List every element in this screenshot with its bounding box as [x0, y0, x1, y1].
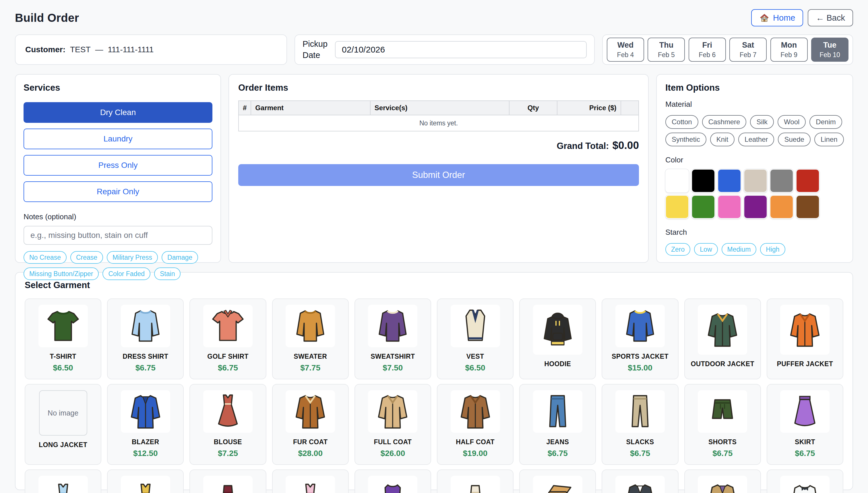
color-swatch-beige[interactable] [744, 169, 767, 193]
date-button-wed[interactable]: Wed Feb 4 [607, 38, 644, 62]
service-button-dry-clean[interactable]: Dry Clean [23, 102, 212, 123]
garment-card-puffer-jacket[interactable]: PUFFER JACKET [767, 298, 843, 379]
garment-card-sports-jacket[interactable]: SPORTS JACKET $15.00 [601, 298, 678, 379]
date-button-thu[interactable]: Thu Feb 5 [648, 38, 685, 62]
color-swatch-green[interactable] [692, 195, 715, 219]
note-chip-no-crease[interactable]: No Crease [23, 251, 67, 264]
garment-card-jeans[interactable]: JEANS $6.75 [519, 384, 596, 465]
material-chip-leather[interactable]: Leather [738, 133, 774, 146]
date-button-sat[interactable]: Sat Feb 7 [729, 38, 767, 62]
garment-card-dress-shirt[interactable]: DRESS SHIRT $6.75 [107, 298, 184, 379]
garment-name: DRESS SHIRT [123, 353, 168, 360]
garment-name: T-SHIRT [50, 353, 76, 360]
garment-card[interactable] [437, 470, 513, 493]
full-coat-icon [368, 390, 417, 433]
material-chip-cashmere[interactable]: Cashmere [702, 115, 746, 129]
material-chip-suede[interactable]: Suede [778, 133, 810, 146]
blouse-icon [203, 390, 253, 433]
garment-card[interactable] [107, 470, 184, 493]
pickup-date-input[interactable] [335, 41, 587, 58]
garment-card-hoodie[interactable]: HOODIE [519, 298, 596, 379]
color-swatch-brown[interactable] [796, 195, 820, 219]
garment-card[interactable] [684, 470, 761, 493]
color-swatch-white[interactable] [665, 169, 689, 193]
home-icon [759, 13, 769, 23]
material-chip-linen[interactable]: Linen [814, 133, 844, 146]
garment-card[interactable] [25, 470, 101, 493]
garment-card[interactable] [272, 470, 349, 493]
garment-card-full-coat[interactable]: FULL COAT $26.00 [355, 384, 431, 465]
color-swatch-red[interactable] [796, 169, 820, 193]
garment-card-shorts[interactable]: SHORTS $6.75 [684, 384, 761, 465]
service-button-press-only[interactable]: Press Only [23, 155, 212, 176]
starch-chip-zero[interactable]: Zero [665, 243, 690, 256]
note-chip-color-faded[interactable]: Color Faded [103, 267, 150, 280]
material-chip-knit[interactable]: Knit [710, 133, 735, 146]
garment-card-sweater[interactable]: SWEATER $7.75 [272, 298, 349, 379]
garment-card[interactable] [189, 470, 266, 493]
material-chip-wool[interactable]: Wool [778, 115, 806, 129]
select-garment-panel: Select Garment T-SHIRT $6.50 DRESS SHIRT… [15, 272, 853, 490]
date-button-tue[interactable]: Tue Feb 10 [811, 38, 848, 62]
material-label: Material [665, 100, 844, 109]
garment-card-blazer[interactable]: BLAZER $12.50 [107, 384, 184, 465]
garment-card-golf-shirt[interactable]: GOLF SHIRT $6.75 [189, 298, 266, 379]
color-swatch-gray[interactable] [770, 169, 793, 193]
service-button-repair-only[interactable]: Repair Only [23, 181, 212, 202]
note-chip-crease[interactable]: Crease [70, 251, 103, 264]
garment-card-slacks[interactable]: SLACKS $6.75 [601, 384, 678, 465]
color-swatch-purple[interactable] [744, 195, 767, 219]
jumpsuit-icon [368, 476, 417, 493]
garment-card-long-jacket[interactable]: No image LONG JACKET [25, 384, 101, 465]
back-button[interactable]: ← Back [808, 9, 853, 26]
service-buttons: Dry Clean Laundry Press Only Repair Only [23, 102, 212, 202]
garment-card[interactable] [519, 470, 596, 493]
garment-name: HALF COAT [456, 438, 494, 446]
garment-card-outdoor-jacket[interactable]: OUTDOOR JACKET [684, 298, 761, 379]
date-day-label: Tue [823, 41, 837, 50]
home-button[interactable]: Home [751, 9, 803, 26]
garment-card[interactable] [355, 470, 431, 493]
garment-card-skirt[interactable]: SKIRT $6.75 [767, 384, 843, 465]
garment-card-blouse[interactable]: BLOUSE $7.25 [189, 384, 266, 465]
note-chip-missing-button-zipper[interactable]: Missing Button/Zipper [23, 267, 99, 280]
color-swatch-orange[interactable] [770, 195, 793, 219]
material-chip-cotton[interactable]: Cotton [665, 115, 698, 129]
note-chips: No Crease Crease Military Press Damage M… [23, 251, 212, 280]
note-chip-military-press[interactable]: Military Press [107, 251, 158, 264]
color-swatch-black[interactable] [692, 169, 715, 193]
material-chip-synthetic[interactable]: Synthetic [665, 133, 706, 146]
material-chip-silk[interactable]: Silk [750, 115, 774, 129]
garment-card-t-shirt[interactable]: T-SHIRT $6.50 [25, 298, 101, 379]
submit-order-button[interactable]: Submit Order [238, 164, 639, 186]
starch-chip-low[interactable]: Low [694, 243, 718, 256]
garment-price: $6.75 [218, 363, 238, 372]
garment-price: $7.50 [383, 363, 403, 372]
service-button-laundry[interactable]: Laundry [23, 129, 212, 149]
column-header-actions [621, 101, 639, 115]
starch-chip-high[interactable]: High [760, 243, 785, 256]
garment-price: $6.75 [548, 449, 568, 458]
date-day-label: Fri [702, 41, 713, 50]
garment-card-half-coat[interactable]: HALF COAT $19.00 [437, 384, 513, 465]
note-chip-damage[interactable]: Damage [162, 251, 198, 264]
notes-label: Notes (optional) [23, 212, 212, 221]
note-chip-stain[interactable]: Stain [154, 267, 181, 280]
color-swatch-pink[interactable] [718, 195, 741, 219]
material-chip-denim[interactable]: Denim [809, 115, 842, 129]
garment-card-sweatshirt[interactable]: SWEATSHIRT $7.50 [355, 298, 431, 379]
color-swatch-blue[interactable] [718, 169, 741, 193]
top-bar: Build Order Home ← Back [15, 8, 853, 27]
garment-card[interactable] [601, 470, 678, 493]
date-button-mon[interactable]: Mon Feb 9 [770, 38, 808, 62]
garment-card-fur-coat[interactable]: FUR COAT $28.00 [272, 384, 349, 465]
garment-name: BLOUSE [214, 438, 242, 446]
notes-input[interactable] [23, 226, 212, 245]
garment-card[interactable] [767, 470, 843, 493]
date-button-fri[interactable]: Fri Feb 6 [689, 38, 726, 62]
shorts-icon [698, 390, 747, 433]
color-swatch-yellow[interactable] [665, 195, 689, 219]
garment-card-vest[interactable]: VEST $6.50 [437, 298, 513, 379]
grand-total: Grand Total:$0.00 [238, 140, 639, 151]
starch-chip-medium[interactable]: Medium [722, 243, 757, 256]
